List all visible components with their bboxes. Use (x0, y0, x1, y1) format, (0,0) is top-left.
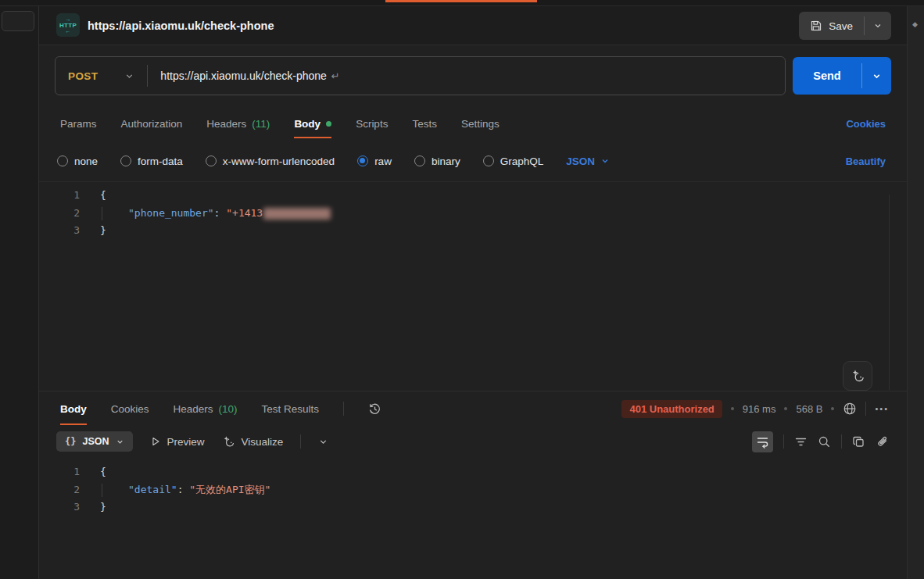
postbot-button[interactable] (843, 361, 872, 391)
more-options-icon[interactable]: ••• (875, 404, 889, 413)
filter-icon[interactable] (794, 435, 808, 449)
tab-params[interactable]: Params (60, 108, 97, 139)
collapse-panel-icon[interactable]: ◆ (912, 20, 918, 28)
divider (865, 402, 866, 416)
response-toolbar-icons (752, 426, 889, 457)
radio-circle (414, 155, 425, 166)
radio-circle (483, 155, 494, 166)
response-history-icon[interactable] (368, 402, 381, 416)
response-tab-headers[interactable]: Headers(10) (174, 391, 238, 426)
request-header: → HTTP ← https://api.xiaomu.uk/check-pho… (39, 6, 907, 45)
response-headers-count: (10) (219, 403, 238, 415)
chevron-down-icon (124, 71, 134, 81)
method-select[interactable]: POST (56, 70, 147, 82)
line-number: 2 (39, 205, 100, 223)
play-icon (150, 436, 161, 447)
radio-form-data[interactable]: form-data (120, 155, 183, 167)
tab-settings[interactable]: Settings (461, 108, 500, 139)
url-value: https://api.xiaomu.uk/check-phone (160, 70, 326, 82)
tab-authorization[interactable]: Authorization (121, 108, 183, 139)
headers-count: (11) (252, 118, 270, 130)
divider (343, 402, 344, 416)
line-number: 3 (39, 499, 100, 516)
sidebar-collapsed-tab[interactable] (2, 11, 34, 31)
radio-circle (206, 155, 217, 166)
code-line: 1 { (39, 463, 907, 481)
response-body-editor[interactable]: 1 { 2 "detail": "无效的API密钥" 3 } (39, 459, 907, 579)
response-time: 916 ms (743, 403, 776, 415)
tab-body[interactable]: Body (294, 108, 331, 139)
tab-headers[interactable]: Headers(11) (206, 108, 270, 139)
copy-icon[interactable] (852, 435, 865, 449)
return-symbol: ↵ (331, 70, 340, 82)
sparkle-ai-icon (851, 369, 865, 384)
right-rail: ◆ (907, 6, 924, 579)
request-title: https://api.xiaomu.uk/check-phone (88, 6, 274, 45)
save-button-label: Save (829, 20, 853, 32)
toolbar-chevron-icon[interactable] (318, 437, 328, 447)
divider (783, 434, 784, 449)
radio-none[interactable]: none (57, 155, 98, 167)
response-tab-body[interactable]: Body (60, 391, 87, 426)
redacted-phone-blur (263, 208, 331, 220)
active-tab-indicator (385, 0, 537, 2)
body-present-dot (326, 121, 331, 127)
response-tab-test-results[interactable]: Test Results (262, 391, 320, 426)
url-input[interactable]: https://api.xiaomu.uk/check-phone↵ (148, 70, 339, 82)
chevron-down-icon (116, 438, 124, 446)
language-select[interactable]: JSON (566, 155, 610, 167)
line-number: 1 (39, 187, 100, 205)
response-tab-cookies[interactable]: Cookies (111, 391, 149, 426)
api-client-window: ◆ → HTTP ← https://api.xiaomu.uk/check-p… (0, 0, 924, 579)
radio-graphql[interactable]: GraphQL (483, 155, 544, 167)
line-number: 1 (39, 463, 100, 481)
chevron-down-icon (600, 156, 610, 166)
request-body-editor[interactable]: 1 { 2 "phone_number": "+1413 3 } (39, 181, 907, 391)
braces-icon: {} (65, 436, 76, 447)
send-button[interactable]: Send (793, 57, 891, 95)
radio-binary[interactable]: binary (414, 155, 460, 167)
dot-separator (784, 407, 787, 410)
sparkle-ai-icon (222, 435, 235, 449)
url-input-container: POST https://api.xiaomu.uk/check-phone↵ (55, 56, 786, 95)
arrow-left-icon: ← (66, 29, 71, 34)
code-line: 3 } (39, 499, 907, 516)
editor-scrollbar[interactable] (889, 195, 890, 390)
dot-separator (831, 407, 834, 410)
body-type-selector: none form-data x-www-form-urlencoded raw… (39, 148, 907, 173)
divider (841, 434, 842, 449)
radio-x-www-form-urlencoded[interactable]: x-www-form-urlencoded (206, 155, 335, 167)
workspace-tab-strip (0, 0, 924, 6)
wrap-text-icon[interactable] (752, 431, 773, 452)
preview-button[interactable]: Preview (150, 436, 205, 448)
code-line: 2 "phone_number": "+1413 (39, 205, 907, 223)
code-line: 1 { (39, 187, 907, 205)
code-line: 3 } (39, 222, 907, 240)
beautify-link[interactable]: Beautify (846, 155, 886, 167)
request-tabs: Params Authorization Headers(11) Body Sc… (39, 108, 907, 139)
line-number: 2 (39, 481, 100, 499)
tab-tests[interactable]: Tests (412, 108, 437, 139)
globe-network-icon[interactable] (843, 402, 857, 416)
line-number: 3 (39, 222, 100, 240)
radio-raw[interactable]: raw (357, 155, 392, 167)
send-options-button[interactable] (862, 57, 891, 95)
response-tabs: Body Cookies Headers(10) Test Results 40… (39, 391, 907, 426)
response-status-group: 401 Unauthorized 916 ms 568 B ••• (621, 391, 889, 426)
cookies-link[interactable]: Cookies (846, 118, 886, 130)
save-options-button[interactable] (865, 12, 891, 40)
send-button-label: Send (793, 57, 861, 95)
visualize-button[interactable]: Visualize (222, 435, 284, 449)
link-icon[interactable] (876, 435, 889, 449)
save-button[interactable]: Save (799, 12, 891, 40)
dot-separator (731, 407, 734, 410)
language-label: JSON (566, 155, 595, 167)
response-section: Body Cookies Headers(10) Test Results 40… (39, 391, 907, 579)
method-label: POST (68, 70, 98, 82)
indent-guide (102, 484, 128, 497)
response-format-select[interactable]: {} JSON (56, 431, 133, 452)
divider (300, 434, 301, 449)
search-icon[interactable] (818, 435, 831, 449)
tab-scripts[interactable]: Scripts (356, 108, 388, 139)
radio-circle-selected (357, 155, 368, 166)
